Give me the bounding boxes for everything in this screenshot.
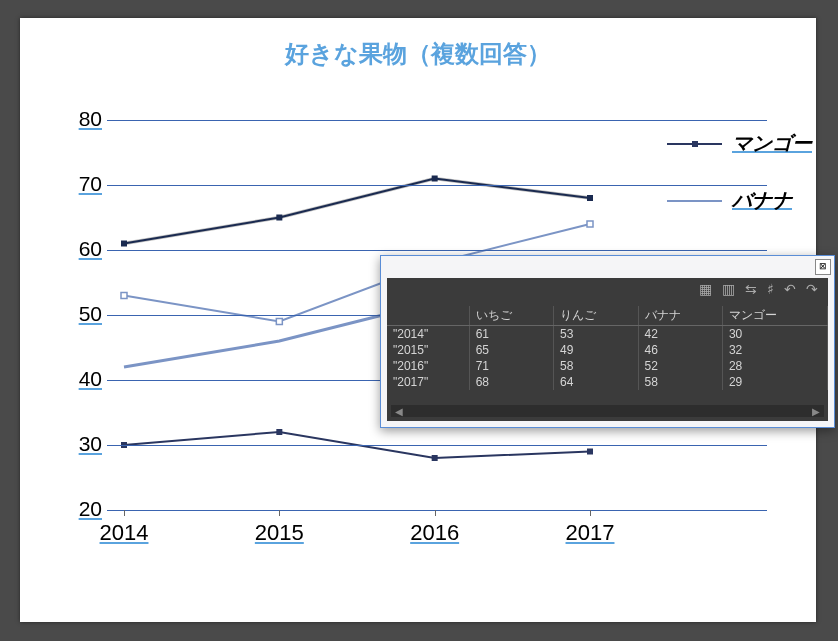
data-cell[interactable]: 52 xyxy=(638,358,722,374)
data-point xyxy=(587,449,593,455)
grid-line xyxy=(107,445,767,446)
data-cell[interactable]: 29 xyxy=(722,374,827,390)
data-cell[interactable]: 71 xyxy=(469,358,553,374)
table-row[interactable]: "2017"68645829 xyxy=(387,374,828,390)
data-header-cell[interactable]: マンゴー xyxy=(722,306,827,326)
data-cell[interactable]: "2015" xyxy=(387,342,469,358)
grid-line xyxy=(107,250,767,251)
data-cell[interactable]: 42 xyxy=(638,326,722,343)
x-tick-label: 2016 xyxy=(410,520,459,546)
chart-title: 好きな果物（複数回答） xyxy=(20,38,816,70)
legend-label: マンゴー xyxy=(732,130,812,157)
data-cell[interactable]: 58 xyxy=(554,358,638,374)
table-row[interactable]: "2015"65494632 xyxy=(387,342,828,358)
data-point xyxy=(587,221,593,227)
grid-icon[interactable]: ♯ xyxy=(767,281,774,303)
redo-icon[interactable]: ↷ xyxy=(806,281,818,303)
data-point xyxy=(432,455,438,461)
data-point xyxy=(276,215,282,221)
data-cell[interactable]: "2014" xyxy=(387,326,469,343)
undo-icon[interactable]: ↶ xyxy=(784,281,796,303)
data-toolbar: ▦▥⇆♯↶↷ xyxy=(387,278,828,306)
data-cell[interactable]: 28 xyxy=(722,358,827,374)
data-header-cell[interactable]: バナナ xyxy=(638,306,722,326)
data-cell[interactable]: 49 xyxy=(554,342,638,358)
chart-canvas: 好きな果物（複数回答） 2030405060708020142015201620… xyxy=(20,18,816,622)
horizontal-scrollbar[interactable]: ◀ ▶ xyxy=(391,405,824,417)
data-point xyxy=(432,176,438,182)
x-tick-label: 2017 xyxy=(566,520,615,546)
data-cell[interactable]: "2017" xyxy=(387,374,469,390)
legend: マンゴーバナナ xyxy=(667,130,812,244)
x-tick xyxy=(435,510,436,516)
legend-item[interactable]: マンゴー xyxy=(667,130,812,157)
table-row[interactable]: "2016"71585228 xyxy=(387,358,828,374)
table-icon[interactable]: ▦ xyxy=(699,281,712,303)
x-tick-label: 2015 xyxy=(255,520,304,546)
data-table-popup[interactable]: ⊠ ▦▥⇆♯↶↷ いちごりんごバナナマンゴー"2014"61534230"201… xyxy=(380,255,835,428)
data-point xyxy=(121,241,127,247)
data-table[interactable]: いちごりんごバナナマンゴー"2014"61534230"2015"6549463… xyxy=(387,306,828,390)
data-cell[interactable]: 61 xyxy=(469,326,553,343)
legend-label: バナナ xyxy=(732,187,792,214)
data-cell[interactable]: 46 xyxy=(638,342,722,358)
data-point xyxy=(121,293,127,299)
grid-line xyxy=(107,120,767,121)
column-icon[interactable]: ▥ xyxy=(722,281,735,303)
y-tick-label: 20 xyxy=(57,497,102,521)
close-icon[interactable]: ⊠ xyxy=(815,259,831,275)
data-cell[interactable]: 30 xyxy=(722,326,827,343)
data-cell[interactable]: "2016" xyxy=(387,358,469,374)
data-header-cell[interactable] xyxy=(387,306,469,326)
data-cell[interactable]: 68 xyxy=(469,374,553,390)
legend-swatch xyxy=(667,200,722,202)
data-point xyxy=(587,195,593,201)
data-cell[interactable]: 32 xyxy=(722,342,827,358)
data-table-panel: ▦▥⇆♯↶↷ いちごりんごバナナマンゴー"2014"61534230"2015"… xyxy=(387,278,828,421)
table-row[interactable]: "2014"61534230 xyxy=(387,326,828,343)
x-tick xyxy=(124,510,125,516)
grid-line xyxy=(107,510,767,511)
legend-swatch xyxy=(667,143,722,145)
x-tick xyxy=(279,510,280,516)
y-tick-label: 80 xyxy=(57,107,102,131)
legend-item[interactable]: バナナ xyxy=(667,187,812,214)
series-line-いちご xyxy=(124,179,590,244)
data-cell[interactable]: 53 xyxy=(554,326,638,343)
x-tick xyxy=(590,510,591,516)
y-tick-label: 60 xyxy=(57,237,102,261)
data-cell[interactable]: 65 xyxy=(469,342,553,358)
data-header-cell[interactable]: いちご xyxy=(469,306,553,326)
y-tick-label: 30 xyxy=(57,432,102,456)
y-tick-label: 50 xyxy=(57,302,102,326)
scroll-left-icon[interactable]: ◀ xyxy=(395,406,403,417)
data-header-cell[interactable]: りんご xyxy=(554,306,638,326)
data-point xyxy=(276,429,282,435)
swap-icon[interactable]: ⇆ xyxy=(745,281,757,303)
data-cell[interactable]: 64 xyxy=(554,374,638,390)
y-tick-label: 40 xyxy=(57,367,102,391)
data-cell[interactable]: 58 xyxy=(638,374,722,390)
x-tick-label: 2014 xyxy=(100,520,149,546)
y-tick-label: 70 xyxy=(57,172,102,196)
scroll-right-icon[interactable]: ▶ xyxy=(812,406,820,417)
data-point xyxy=(276,319,282,325)
